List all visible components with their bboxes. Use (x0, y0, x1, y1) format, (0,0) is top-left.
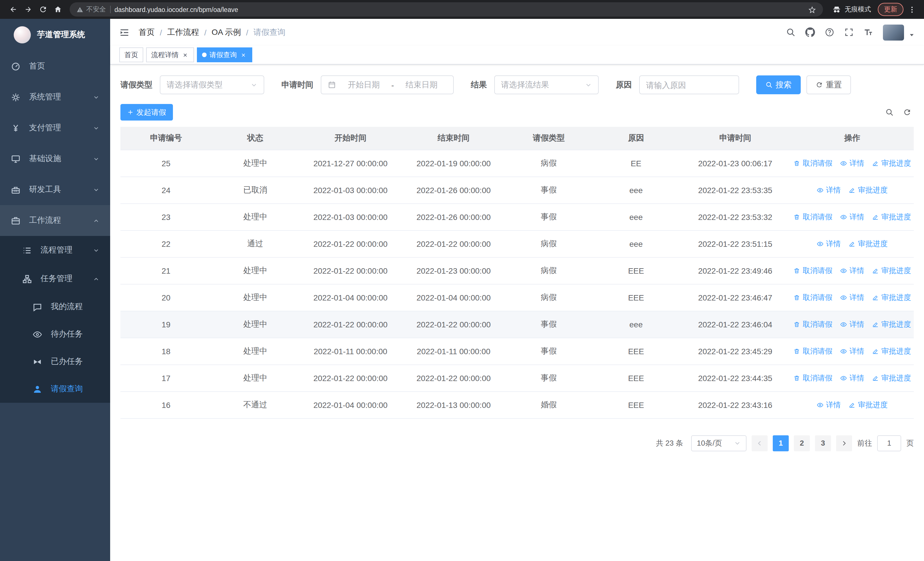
page-button-3[interactable]: 3 (815, 435, 831, 451)
cell-apply-id: 25 (120, 150, 212, 176)
refresh-icon (816, 81, 823, 89)
close-icon[interactable] (240, 51, 247, 59)
security-warning[interactable]: 不安全 (76, 5, 106, 14)
browser-menu-button[interactable] (906, 3, 918, 16)
back-button[interactable] (6, 2, 21, 17)
user-avatar[interactable] (883, 24, 904, 40)
leave-type-select[interactable]: 请选择请假类型 (160, 75, 264, 94)
approval-progress-link[interactable]: 审批进度 (872, 158, 911, 168)
cell-leave-type: 事假 (505, 311, 592, 338)
task-submenu: 我的流程 待办任务 已办任务 请假查询 (0, 293, 110, 403)
approval-progress-link[interactable]: 审批进度 (872, 265, 911, 276)
table-row: 19 处理中 2022-01-22 00:00:00 2022-01-22 00… (120, 311, 914, 338)
page-size-select[interactable]: 10条/页 (691, 435, 747, 451)
sidebar-item-todo-task[interactable]: 待办任务 (0, 320, 110, 348)
breadcrumb-item-oa-example[interactable]: OA 示例 (212, 27, 241, 38)
cell-apply-time: 2022-01-22 23:49:46 (680, 257, 791, 284)
reason-input[interactable] (639, 75, 739, 94)
close-icon[interactable] (182, 51, 189, 59)
tab-leave-query[interactable]: 请假查询 (197, 47, 252, 62)
sidebar-item-workflow[interactable]: 工作流程 (0, 205, 110, 236)
approval-progress-link[interactable]: 审批进度 (849, 185, 888, 195)
fullscreen-icon[interactable] (844, 27, 854, 37)
detail-link[interactable]: 详情 (817, 185, 841, 195)
detail-link[interactable]: 详情 (840, 212, 864, 222)
address-bar[interactable]: 不安全 dashboard.yudao.iocoder.cn/bpm/oa/le… (70, 2, 823, 17)
sidebar-item-payment[interactable]: 支付管理 (0, 113, 110, 143)
sidebar-item-devtools[interactable]: 研发工具 (0, 174, 110, 205)
detail-link[interactable]: 详情 (840, 319, 864, 329)
reload-button[interactable] (35, 2, 50, 17)
col-apply-id: 申请编号 (120, 127, 212, 150)
cell-end-time: 2022-01-13 00:00:00 (402, 391, 505, 418)
prev-page-button[interactable] (752, 435, 768, 451)
detail-link[interactable]: 详情 (840, 346, 864, 356)
caret-down-icon[interactable] (909, 32, 915, 38)
approval-progress-link[interactable]: 审批进度 (872, 212, 911, 222)
app-logo[interactable]: 芋道管理系统 (0, 19, 110, 51)
sidebar-item-process-mgmt[interactable]: 流程管理 (0, 236, 110, 265)
sidebar-item-label: 首页 (29, 61, 45, 71)
browser-update-button[interactable]: 更新 (878, 3, 903, 16)
approval-progress-link[interactable]: 审批进度 (849, 239, 888, 249)
result-select[interactable]: 请选择流结果 (494, 75, 599, 94)
approval-progress-link[interactable]: 审批进度 (849, 400, 888, 410)
cancel-leave-link[interactable]: 取消请假 (794, 292, 832, 302)
cell-start-time: 2021-12-27 00:00:00 (299, 150, 402, 176)
approval-progress-link[interactable]: 审批进度 (872, 292, 911, 302)
create-leave-button[interactable]: 发起请假 (120, 104, 173, 120)
cell-apply-time: 2022-01-23 00:06:17 (680, 150, 791, 176)
search-button[interactable]: 搜索 (756, 75, 801, 94)
breadcrumb-item-home[interactable]: 首页 (139, 27, 154, 38)
search-icon[interactable] (786, 27, 796, 37)
tab-process-detail[interactable]: 流程详情 (146, 47, 194, 62)
sidebar-collapse-icon[interactable] (119, 27, 129, 38)
apply-time-range-picker[interactable]: 开始日期 - 结束日期 (321, 75, 454, 94)
cancel-leave-link[interactable]: 取消请假 (794, 319, 832, 329)
home-button[interactable] (50, 2, 65, 17)
refresh-table-icon[interactable] (903, 108, 912, 117)
approval-progress-link[interactable]: 审批进度 (872, 346, 911, 356)
detail-link[interactable]: 详情 (840, 292, 864, 302)
cell-actions: 取消请假 详情 审批进度 (791, 338, 914, 364)
cell-start-time: 2022-01-22 00:00:00 (299, 311, 402, 338)
page-button-1[interactable]: 1 (773, 435, 789, 451)
help-icon[interactable] (825, 27, 834, 37)
breadcrumb-item-workflow[interactable]: 工作流程 (167, 27, 199, 38)
edit-icon (872, 294, 879, 301)
approval-progress-link[interactable]: 审批进度 (872, 373, 911, 383)
sidebar-item-task-mgmt[interactable]: 任务管理 (0, 265, 110, 293)
cancel-leave-label: 取消请假 (803, 292, 832, 302)
cancel-leave-link[interactable]: 取消请假 (794, 373, 832, 383)
detail-label: 详情 (849, 373, 864, 383)
page-button-2[interactable]: 2 (794, 435, 810, 451)
goto-page-input[interactable] (877, 435, 901, 451)
tab-home[interactable]: 首页 (119, 47, 143, 62)
sidebar-item-infra[interactable]: 基础设施 (0, 143, 110, 174)
cancel-leave-link[interactable]: 取消请假 (794, 212, 832, 222)
sidebar-item-system[interactable]: 系统管理 (0, 82, 110, 113)
next-page-button[interactable] (836, 435, 852, 451)
reset-button[interactable]: 重置 (806, 75, 851, 94)
cancel-leave-link[interactable]: 取消请假 (794, 346, 832, 356)
bookmark-star-icon[interactable] (808, 5, 816, 14)
cell-actions: 取消请假 详情 审批进度 (791, 203, 914, 230)
approval-progress-link[interactable]: 审批进度 (872, 319, 911, 329)
cancel-leave-link[interactable]: 取消请假 (794, 265, 832, 276)
toggle-search-icon[interactable] (885, 108, 894, 117)
detail-link[interactable]: 详情 (840, 373, 864, 383)
goto-unit: 页 (906, 438, 914, 448)
github-icon[interactable] (805, 27, 815, 37)
sidebar-item-my-process[interactable]: 我的流程 (0, 293, 110, 320)
cancel-leave-link[interactable]: 取消请假 (794, 158, 832, 168)
forward-button[interactable] (21, 2, 35, 17)
sidebar-item-leave-query[interactable]: 请假查询 (0, 375, 110, 403)
sidebar-item-done-task[interactable]: 已办任务 (0, 348, 110, 375)
sidebar-item-home[interactable]: 首页 (0, 51, 110, 82)
cell-leave-type: 事假 (505, 364, 592, 391)
detail-link[interactable]: 详情 (840, 158, 864, 168)
detail-link[interactable]: 详情 (840, 265, 864, 276)
detail-link[interactable]: 详情 (817, 239, 841, 249)
detail-link[interactable]: 详情 (817, 400, 841, 410)
font-size-icon[interactable] (864, 27, 873, 37)
